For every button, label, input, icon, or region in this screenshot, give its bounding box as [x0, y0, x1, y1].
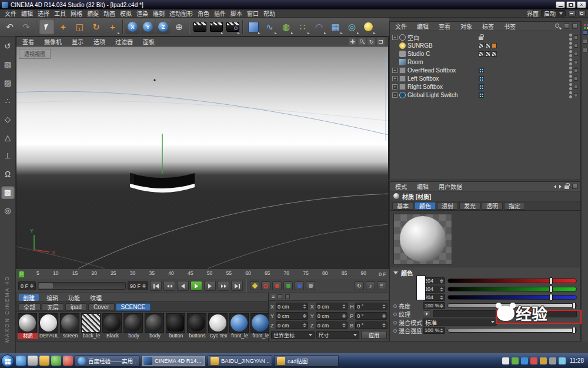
material-menu-function[interactable]: 功能: [66, 293, 82, 302]
filter-icon[interactable]: [564, 24, 569, 29]
menu-tools[interactable]: 工具: [52, 9, 68, 18]
redo-button[interactable]: ↷: [18, 19, 34, 35]
material-item[interactable]: 材质: [18, 313, 38, 339]
attr-menu-edit[interactable]: 编辑: [415, 182, 431, 191]
object-row-overhead-softbox[interactable]: + OverHead Softbox: [390, 66, 580, 74]
tab-color[interactable]: 颜色: [415, 202, 436, 210]
layer-palette-icon[interactable]: [583, 48, 587, 52]
lock-z-axis-button[interactable]: Z: [156, 19, 171, 34]
frame-range-slider[interactable]: [38, 282, 126, 290]
close-button[interactable]: ×: [577, 1, 586, 8]
add-environment-button[interactable]: ▦: [328, 19, 343, 35]
timeline-ruler[interactable]: 051015202530354045505560657075808590 0 F: [16, 268, 389, 279]
edges-mode-button[interactable]: ◇: [1, 112, 15, 126]
tray-message-icon[interactable]: [521, 357, 528, 364]
material-item[interactable]: front_le: [250, 313, 271, 339]
history-back-icon[interactable]: [554, 185, 556, 188]
b-value-field[interactable]: 204: [423, 294, 445, 301]
add-deformer-button[interactable]: ◠: [311, 19, 327, 35]
viewport-zoom-icon[interactable]: [358, 38, 366, 45]
polygons-mode-button[interactable]: △: [1, 131, 15, 144]
menu-plugins[interactable]: 插件: [212, 9, 228, 18]
size-z-field[interactable]: 0 cm: [316, 321, 348, 329]
enable-toggle[interactable]: [574, 44, 578, 48]
tray-safety-icon[interactable]: [512, 357, 519, 364]
material-item[interactable]: DEFAUL: [39, 313, 59, 339]
child-restore-button[interactable]: [578, 11, 586, 16]
g-slider[interactable]: [447, 287, 577, 291]
texture-paint-mode-button[interactable]: ▩: [1, 185, 15, 199]
render-region-button[interactable]: [208, 19, 224, 35]
undo-button[interactable]: ↶: [2, 19, 18, 35]
expand-icon[interactable]: +: [392, 76, 397, 81]
om-menu-edit[interactable]: 编辑: [415, 22, 431, 31]
filter-tab-scence[interactable]: SCENCE: [116, 303, 151, 311]
viewport-menu-panel[interactable]: 面板: [141, 37, 157, 46]
structure-palette-icon[interactable]: [583, 39, 587, 44]
live-selection-tool[interactable]: [39, 19, 55, 35]
menu-edit[interactable]: 编辑: [19, 9, 35, 18]
size-y-field[interactable]: 0 cm: [316, 312, 348, 320]
axis-mode-button[interactable]: ⊥: [1, 149, 15, 163]
editor-visibility-dot[interactable]: [569, 75, 572, 78]
texture-tag-icon[interactable]: [485, 51, 490, 57]
next-key-button[interactable]: [218, 281, 229, 291]
tab-transparency[interactable]: 透明: [482, 202, 503, 210]
render-view-button[interactable]: [192, 19, 208, 35]
search-icon[interactable]: [554, 23, 561, 29]
record-keyframe-button[interactable]: [250, 281, 259, 290]
quick-launch-ie-icon[interactable]: [16, 356, 26, 366]
last-used-tool[interactable]: +: [105, 19, 121, 35]
texture-tag-icon[interactable]: [492, 51, 497, 57]
pos-x-field[interactable]: 0 cm: [276, 303, 308, 310]
material-item[interactable]: button: [166, 313, 186, 339]
viewport-canvas[interactable]: Y X: [16, 47, 388, 268]
object-row-sunrgb[interactable]: SUNRGB: [390, 41, 580, 49]
viewport-view-label[interactable]: 透视视图: [19, 49, 51, 59]
object-row-room[interactable]: Room: [390, 58, 580, 66]
pos-y-field[interactable]: 0 cm: [276, 312, 308, 320]
menu-mesh[interactable]: 网格: [68, 9, 85, 18]
material-item[interactable]: screen: [60, 313, 81, 339]
tray-music-icon[interactable]: [540, 357, 547, 364]
menu-select[interactable]: 选择: [35, 9, 52, 18]
goto-end-button[interactable]: [231, 281, 243, 291]
om-menu-bookmarks[interactable]: 书签: [502, 22, 518, 31]
record-position-button[interactable]: [272, 281, 282, 290]
expand-icon[interactable]: +: [392, 84, 397, 89]
object-row-null[interactable]: + 空白: [390, 33, 580, 41]
panel-options-icon[interactable]: [572, 184, 577, 189]
objects-palette-icon[interactable]: [583, 30, 587, 35]
enable-toggle[interactable]: [574, 85, 578, 89]
add-camera-button[interactable]: ◎: [344, 19, 360, 35]
viewport-menu-display[interactable]: 显示: [69, 37, 86, 46]
coordinates-header-icon[interactable]: [285, 294, 290, 299]
end-frame-field[interactable]: 90 F: [128, 281, 148, 290]
editor-visibility-dot[interactable]: [569, 58, 572, 61]
play-button[interactable]: [191, 281, 202, 291]
quick-launch-desktop-icon[interactable]: [28, 356, 38, 366]
spline-point[interactable]: [153, 79, 155, 81]
lock-icon[interactable]: [564, 185, 569, 189]
om-menu-file[interactable]: 文件: [393, 22, 409, 31]
pos-z-field[interactable]: 0 cm: [276, 321, 308, 329]
render-visibility-dot[interactable]: [569, 79, 572, 82]
editor-visibility-dot[interactable]: [569, 91, 572, 94]
end-frame-stepper[interactable]: [142, 284, 146, 288]
axis-center-button[interactable]: ◎: [1, 204, 15, 217]
child-minimize-button[interactable]: [568, 11, 576, 16]
record-scale-button[interactable]: [283, 281, 293, 290]
task-baidu-jingyan-folder[interactable]: BAIDU_JINGYAN ...: [208, 355, 272, 367]
minimize-button[interactable]: [556, 1, 565, 8]
enable-toggle[interactable]: [574, 60, 578, 64]
tab-assign[interactable]: 指定: [504, 202, 525, 210]
tray-update-icon[interactable]: [530, 357, 537, 364]
autokey-button[interactable]: [261, 281, 270, 290]
expand-icon[interactable]: +: [392, 35, 397, 40]
start-button[interactable]: [1, 354, 14, 367]
render-visibility-dot[interactable]: [569, 54, 572, 57]
color-swatch[interactable]: [416, 276, 426, 300]
mix-strength-field[interactable]: 100 %: [423, 327, 445, 334]
filter-tab-cover[interactable]: Cover: [88, 303, 115, 311]
protection-tag-icon[interactable]: [479, 37, 483, 40]
